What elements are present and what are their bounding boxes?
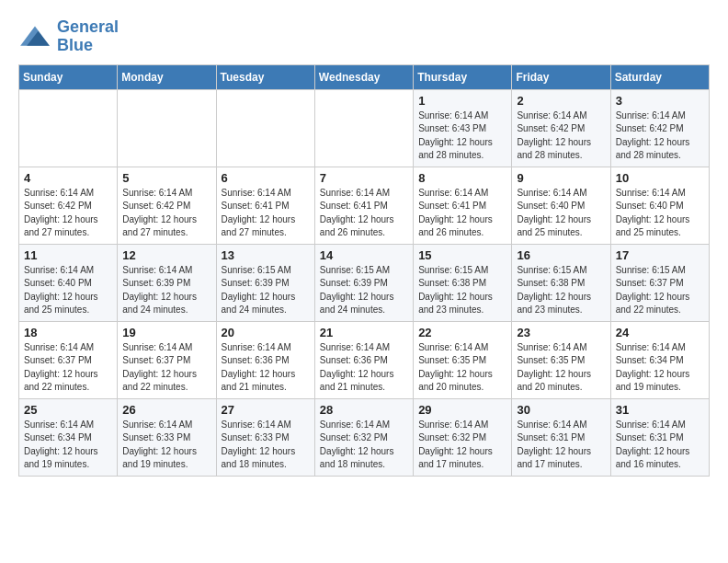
calendar-cell: 8Sunrise: 6:14 AMSunset: 6:41 PMDaylight… — [414, 167, 512, 244]
day-info: Sunrise: 6:15 AMSunset: 6:39 PMDaylight:… — [222, 264, 310, 317]
calendar-cell: 4Sunrise: 6:14 AMSunset: 6:42 PMDaylight… — [19, 167, 118, 244]
calendar-cell — [314, 89, 413, 167]
day-number: 16 — [517, 248, 605, 262]
day-info: Sunrise: 6:14 AMSunset: 6:32 PMDaylight:… — [418, 419, 506, 472]
week-row-4: 18Sunrise: 6:14 AMSunset: 6:37 PMDayligh… — [19, 321, 710, 398]
day-number: 23 — [517, 326, 605, 339]
day-info: Sunrise: 6:14 AMSunset: 6:41 PMDaylight:… — [418, 187, 506, 240]
day-number: 21 — [320, 326, 408, 339]
day-info: Sunrise: 6:14 AMSunset: 6:35 PMDaylight:… — [418, 341, 506, 395]
page-header: General Blue — [18, 18, 710, 55]
col-header-wednesday: Wednesday — [314, 64, 413, 89]
day-info: Sunrise: 6:14 AMSunset: 6:35 PMDaylight:… — [517, 341, 605, 395]
week-row-3: 11Sunrise: 6:14 AMSunset: 6:40 PMDayligh… — [19, 244, 710, 321]
calendar-cell: 7Sunrise: 6:14 AMSunset: 6:41 PMDaylight… — [314, 167, 413, 244]
logo: General Blue — [18, 18, 119, 55]
day-number: 8 — [418, 171, 506, 185]
day-number: 14 — [320, 248, 408, 262]
calendar-cell: 13Sunrise: 6:15 AMSunset: 6:39 PMDayligh… — [216, 244, 314, 321]
col-header-thursday: Thursday — [414, 64, 512, 89]
day-number: 29 — [418, 403, 506, 417]
week-row-2: 4Sunrise: 6:14 AMSunset: 6:42 PMDaylight… — [19, 167, 710, 244]
calendar-cell: 26Sunrise: 6:14 AMSunset: 6:33 PMDayligh… — [118, 398, 216, 476]
day-info: Sunrise: 6:14 AMSunset: 6:31 PMDaylight:… — [616, 419, 704, 472]
day-info: Sunrise: 6:14 AMSunset: 6:40 PMDaylight:… — [616, 187, 704, 240]
calendar-cell: 15Sunrise: 6:15 AMSunset: 6:38 PMDayligh… — [414, 244, 512, 321]
week-row-5: 25Sunrise: 6:14 AMSunset: 6:34 PMDayligh… — [19, 398, 710, 476]
calendar-cell: 9Sunrise: 6:14 AMSunset: 6:40 PMDaylight… — [512, 167, 610, 244]
day-number: 30 — [517, 403, 605, 417]
day-info: Sunrise: 6:14 AMSunset: 6:40 PMDaylight:… — [24, 264, 112, 317]
calendar-cell: 21Sunrise: 6:14 AMSunset: 6:36 PMDayligh… — [314, 321, 413, 398]
day-number: 13 — [222, 248, 310, 262]
day-number: 9 — [517, 171, 605, 185]
calendar-cell: 6Sunrise: 6:14 AMSunset: 6:41 PMDaylight… — [216, 167, 314, 244]
day-number: 20 — [222, 326, 310, 339]
day-info: Sunrise: 6:14 AMSunset: 6:42 PMDaylight:… — [616, 109, 704, 163]
week-row-1: 1Sunrise: 6:14 AMSunset: 6:43 PMDaylight… — [19, 89, 710, 167]
day-number: 17 — [616, 248, 704, 262]
day-info: Sunrise: 6:14 AMSunset: 6:41 PMDaylight:… — [320, 187, 408, 240]
day-info: Sunrise: 6:15 AMSunset: 6:39 PMDaylight:… — [320, 264, 408, 317]
day-number: 28 — [320, 403, 408, 417]
calendar-cell — [216, 89, 314, 167]
day-info: Sunrise: 6:14 AMSunset: 6:33 PMDaylight:… — [222, 419, 310, 472]
calendar-cell: 17Sunrise: 6:15 AMSunset: 6:37 PMDayligh… — [610, 244, 709, 321]
calendar-cell: 16Sunrise: 6:15 AMSunset: 6:38 PMDayligh… — [512, 244, 610, 321]
day-number: 27 — [222, 403, 310, 417]
day-number: 11 — [24, 248, 112, 262]
day-number: 3 — [616, 94, 704, 108]
calendar-table: SundayMondayTuesdayWednesdayThursdayFrid… — [18, 64, 710, 477]
day-info: Sunrise: 6:14 AMSunset: 6:42 PMDaylight:… — [24, 187, 112, 240]
day-number: 10 — [616, 171, 704, 185]
calendar-cell: 18Sunrise: 6:14 AMSunset: 6:37 PMDayligh… — [19, 321, 118, 398]
day-number: 18 — [24, 326, 112, 339]
day-number: 15 — [418, 248, 506, 262]
day-number: 7 — [320, 171, 408, 185]
calendar-cell: 25Sunrise: 6:14 AMSunset: 6:34 PMDayligh… — [19, 398, 118, 476]
calendar-cell: 5Sunrise: 6:14 AMSunset: 6:42 PMDaylight… — [118, 167, 216, 244]
logo-icon — [18, 23, 51, 51]
day-info: Sunrise: 6:14 AMSunset: 6:34 PMDaylight:… — [616, 341, 704, 395]
day-number: 19 — [122, 326, 210, 339]
day-info: Sunrise: 6:14 AMSunset: 6:36 PMDaylight:… — [320, 341, 408, 395]
calendar-cell: 10Sunrise: 6:14 AMSunset: 6:40 PMDayligh… — [610, 167, 709, 244]
day-info: Sunrise: 6:14 AMSunset: 6:39 PMDaylight:… — [122, 264, 210, 317]
calendar-cell: 11Sunrise: 6:14 AMSunset: 6:40 PMDayligh… — [19, 244, 118, 321]
calendar-cell: 14Sunrise: 6:15 AMSunset: 6:39 PMDayligh… — [314, 244, 413, 321]
day-number: 24 — [616, 326, 704, 339]
day-number: 25 — [24, 403, 112, 417]
day-info: Sunrise: 6:14 AMSunset: 6:37 PMDaylight:… — [24, 341, 112, 395]
day-info: Sunrise: 6:14 AMSunset: 6:33 PMDaylight:… — [122, 419, 210, 472]
calendar-cell: 30Sunrise: 6:14 AMSunset: 6:31 PMDayligh… — [512, 398, 610, 476]
calendar-cell: 31Sunrise: 6:14 AMSunset: 6:31 PMDayligh… — [610, 398, 709, 476]
calendar-cell: 20Sunrise: 6:14 AMSunset: 6:36 PMDayligh… — [216, 321, 314, 398]
day-number: 5 — [122, 171, 210, 185]
calendar-cell: 29Sunrise: 6:14 AMSunset: 6:32 PMDayligh… — [414, 398, 512, 476]
day-info: Sunrise: 6:15 AMSunset: 6:37 PMDaylight:… — [616, 264, 704, 317]
calendar-cell: 23Sunrise: 6:14 AMSunset: 6:35 PMDayligh… — [512, 321, 610, 398]
day-info: Sunrise: 6:14 AMSunset: 6:34 PMDaylight:… — [24, 419, 112, 472]
calendar-cell: 27Sunrise: 6:14 AMSunset: 6:33 PMDayligh… — [216, 398, 314, 476]
calendar-cell: 22Sunrise: 6:14 AMSunset: 6:35 PMDayligh… — [414, 321, 512, 398]
day-info: Sunrise: 6:15 AMSunset: 6:38 PMDaylight:… — [418, 264, 506, 317]
day-number: 2 — [517, 94, 605, 108]
day-info: Sunrise: 6:14 AMSunset: 6:37 PMDaylight:… — [122, 341, 210, 395]
calendar-cell — [19, 89, 118, 167]
calendar-cell — [118, 89, 216, 167]
day-info: Sunrise: 6:14 AMSunset: 6:40 PMDaylight:… — [517, 187, 605, 240]
day-info: Sunrise: 6:14 AMSunset: 6:43 PMDaylight:… — [418, 109, 506, 163]
day-number: 6 — [222, 171, 310, 185]
logo-text: General Blue — [57, 18, 119, 55]
calendar-cell: 1Sunrise: 6:14 AMSunset: 6:43 PMDaylight… — [414, 89, 512, 167]
day-info: Sunrise: 6:14 AMSunset: 6:41 PMDaylight:… — [222, 187, 310, 240]
calendar-cell: 2Sunrise: 6:14 AMSunset: 6:42 PMDaylight… — [512, 89, 610, 167]
col-header-friday: Friday — [512, 64, 610, 89]
day-number: 12 — [122, 248, 210, 262]
col-header-sunday: Sunday — [19, 64, 118, 89]
calendar-cell: 24Sunrise: 6:14 AMSunset: 6:34 PMDayligh… — [610, 321, 709, 398]
day-info: Sunrise: 6:14 AMSunset: 6:36 PMDaylight:… — [222, 341, 310, 395]
col-header-saturday: Saturday — [610, 64, 709, 89]
calendar-cell: 19Sunrise: 6:14 AMSunset: 6:37 PMDayligh… — [118, 321, 216, 398]
col-header-tuesday: Tuesday — [216, 64, 314, 89]
